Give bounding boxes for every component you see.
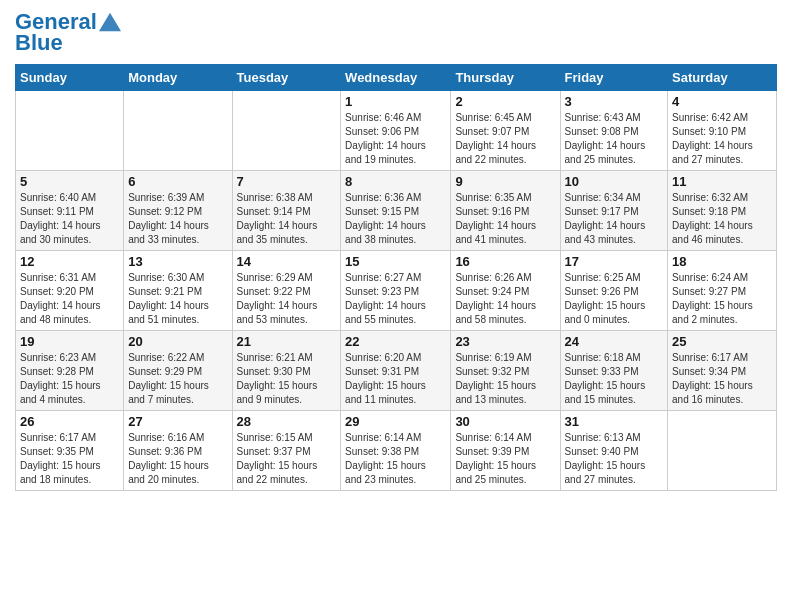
week-row-1: 5Sunrise: 6:40 AM Sunset: 9:11 PM Daylig…: [16, 171, 777, 251]
day-number: 25: [672, 334, 772, 349]
day-cell: 18Sunrise: 6:24 AM Sunset: 9:27 PM Dayli…: [668, 251, 777, 331]
day-cell: 6Sunrise: 6:39 AM Sunset: 9:12 PM Daylig…: [124, 171, 232, 251]
day-cell: 25Sunrise: 6:17 AM Sunset: 9:34 PM Dayli…: [668, 331, 777, 411]
weekday-friday: Friday: [560, 65, 668, 91]
day-cell: 19Sunrise: 6:23 AM Sunset: 9:28 PM Dayli…: [16, 331, 124, 411]
day-number: 24: [565, 334, 664, 349]
day-number: 23: [455, 334, 555, 349]
day-info: Sunrise: 6:23 AM Sunset: 9:28 PM Dayligh…: [20, 351, 119, 407]
day-number: 8: [345, 174, 446, 189]
day-cell: 23Sunrise: 6:19 AM Sunset: 9:32 PM Dayli…: [451, 331, 560, 411]
header: General Blue: [15, 10, 777, 56]
day-number: 7: [237, 174, 337, 189]
day-number: 5: [20, 174, 119, 189]
day-number: 27: [128, 414, 227, 429]
day-cell: 28Sunrise: 6:15 AM Sunset: 9:37 PM Dayli…: [232, 411, 341, 491]
day-info: Sunrise: 6:13 AM Sunset: 9:40 PM Dayligh…: [565, 431, 664, 487]
day-number: 4: [672, 94, 772, 109]
day-cell: 15Sunrise: 6:27 AM Sunset: 9:23 PM Dayli…: [341, 251, 451, 331]
logo: General Blue: [15, 10, 121, 56]
weekday-monday: Monday: [124, 65, 232, 91]
day-cell: [668, 411, 777, 491]
day-info: Sunrise: 6:29 AM Sunset: 9:22 PM Dayligh…: [237, 271, 337, 327]
day-number: 10: [565, 174, 664, 189]
day-number: 16: [455, 254, 555, 269]
day-cell: [232, 91, 341, 171]
day-number: 26: [20, 414, 119, 429]
day-info: Sunrise: 6:46 AM Sunset: 9:06 PM Dayligh…: [345, 111, 446, 167]
week-row-0: 1Sunrise: 6:46 AM Sunset: 9:06 PM Daylig…: [16, 91, 777, 171]
day-info: Sunrise: 6:25 AM Sunset: 9:26 PM Dayligh…: [565, 271, 664, 327]
day-info: Sunrise: 6:30 AM Sunset: 9:21 PM Dayligh…: [128, 271, 227, 327]
day-info: Sunrise: 6:35 AM Sunset: 9:16 PM Dayligh…: [455, 191, 555, 247]
day-info: Sunrise: 6:40 AM Sunset: 9:11 PM Dayligh…: [20, 191, 119, 247]
day-number: 9: [455, 174, 555, 189]
day-number: 12: [20, 254, 119, 269]
weekday-wednesday: Wednesday: [341, 65, 451, 91]
day-info: Sunrise: 6:45 AM Sunset: 9:07 PM Dayligh…: [455, 111, 555, 167]
day-cell: 7Sunrise: 6:38 AM Sunset: 9:14 PM Daylig…: [232, 171, 341, 251]
day-cell: 21Sunrise: 6:21 AM Sunset: 9:30 PM Dayli…: [232, 331, 341, 411]
day-cell: 5Sunrise: 6:40 AM Sunset: 9:11 PM Daylig…: [16, 171, 124, 251]
day-info: Sunrise: 6:32 AM Sunset: 9:18 PM Dayligh…: [672, 191, 772, 247]
page: General Blue SundayMondayTuesdayWednesda…: [0, 0, 792, 612]
day-number: 17: [565, 254, 664, 269]
day-info: Sunrise: 6:21 AM Sunset: 9:30 PM Dayligh…: [237, 351, 337, 407]
weekday-row: SundayMondayTuesdayWednesdayThursdayFrid…: [16, 65, 777, 91]
calendar-header: SundayMondayTuesdayWednesdayThursdayFrid…: [16, 65, 777, 91]
day-cell: [124, 91, 232, 171]
day-cell: 1Sunrise: 6:46 AM Sunset: 9:06 PM Daylig…: [341, 91, 451, 171]
day-cell: 8Sunrise: 6:36 AM Sunset: 9:15 PM Daylig…: [341, 171, 451, 251]
day-cell: 10Sunrise: 6:34 AM Sunset: 9:17 PM Dayli…: [560, 171, 668, 251]
day-number: 11: [672, 174, 772, 189]
week-row-2: 12Sunrise: 6:31 AM Sunset: 9:20 PM Dayli…: [16, 251, 777, 331]
day-cell: 11Sunrise: 6:32 AM Sunset: 9:18 PM Dayli…: [668, 171, 777, 251]
day-number: 2: [455, 94, 555, 109]
day-cell: 9Sunrise: 6:35 AM Sunset: 9:16 PM Daylig…: [451, 171, 560, 251]
day-cell: 27Sunrise: 6:16 AM Sunset: 9:36 PM Dayli…: [124, 411, 232, 491]
day-number: 3: [565, 94, 664, 109]
day-info: Sunrise: 6:38 AM Sunset: 9:14 PM Dayligh…: [237, 191, 337, 247]
day-cell: 4Sunrise: 6:42 AM Sunset: 9:10 PM Daylig…: [668, 91, 777, 171]
day-cell: [16, 91, 124, 171]
day-info: Sunrise: 6:34 AM Sunset: 9:17 PM Dayligh…: [565, 191, 664, 247]
day-cell: 14Sunrise: 6:29 AM Sunset: 9:22 PM Dayli…: [232, 251, 341, 331]
day-cell: 26Sunrise: 6:17 AM Sunset: 9:35 PM Dayli…: [16, 411, 124, 491]
calendar-body: 1Sunrise: 6:46 AM Sunset: 9:06 PM Daylig…: [16, 91, 777, 491]
week-row-3: 19Sunrise: 6:23 AM Sunset: 9:28 PM Dayli…: [16, 331, 777, 411]
day-info: Sunrise: 6:15 AM Sunset: 9:37 PM Dayligh…: [237, 431, 337, 487]
day-info: Sunrise: 6:27 AM Sunset: 9:23 PM Dayligh…: [345, 271, 446, 327]
day-cell: 24Sunrise: 6:18 AM Sunset: 9:33 PM Dayli…: [560, 331, 668, 411]
day-cell: 16Sunrise: 6:26 AM Sunset: 9:24 PM Dayli…: [451, 251, 560, 331]
day-info: Sunrise: 6:22 AM Sunset: 9:29 PM Dayligh…: [128, 351, 227, 407]
calendar: SundayMondayTuesdayWednesdayThursdayFrid…: [15, 64, 777, 491]
day-info: Sunrise: 6:19 AM Sunset: 9:32 PM Dayligh…: [455, 351, 555, 407]
day-cell: 20Sunrise: 6:22 AM Sunset: 9:29 PM Dayli…: [124, 331, 232, 411]
day-info: Sunrise: 6:24 AM Sunset: 9:27 PM Dayligh…: [672, 271, 772, 327]
day-cell: 29Sunrise: 6:14 AM Sunset: 9:38 PM Dayli…: [341, 411, 451, 491]
day-info: Sunrise: 6:14 AM Sunset: 9:38 PM Dayligh…: [345, 431, 446, 487]
day-info: Sunrise: 6:36 AM Sunset: 9:15 PM Dayligh…: [345, 191, 446, 247]
day-number: 13: [128, 254, 227, 269]
weekday-sunday: Sunday: [16, 65, 124, 91]
week-row-4: 26Sunrise: 6:17 AM Sunset: 9:35 PM Dayli…: [16, 411, 777, 491]
day-info: Sunrise: 6:16 AM Sunset: 9:36 PM Dayligh…: [128, 431, 227, 487]
day-info: Sunrise: 6:20 AM Sunset: 9:31 PM Dayligh…: [345, 351, 446, 407]
day-cell: 30Sunrise: 6:14 AM Sunset: 9:39 PM Dayli…: [451, 411, 560, 491]
day-info: Sunrise: 6:26 AM Sunset: 9:24 PM Dayligh…: [455, 271, 555, 327]
day-cell: 22Sunrise: 6:20 AM Sunset: 9:31 PM Dayli…: [341, 331, 451, 411]
day-number: 28: [237, 414, 337, 429]
day-cell: 13Sunrise: 6:30 AM Sunset: 9:21 PM Dayli…: [124, 251, 232, 331]
day-cell: 3Sunrise: 6:43 AM Sunset: 9:08 PM Daylig…: [560, 91, 668, 171]
day-number: 6: [128, 174, 227, 189]
weekday-thursday: Thursday: [451, 65, 560, 91]
day-info: Sunrise: 6:31 AM Sunset: 9:20 PM Dayligh…: [20, 271, 119, 327]
day-info: Sunrise: 6:17 AM Sunset: 9:34 PM Dayligh…: [672, 351, 772, 407]
day-info: Sunrise: 6:39 AM Sunset: 9:12 PM Dayligh…: [128, 191, 227, 247]
day-number: 21: [237, 334, 337, 349]
day-info: Sunrise: 6:18 AM Sunset: 9:33 PM Dayligh…: [565, 351, 664, 407]
day-number: 30: [455, 414, 555, 429]
day-info: Sunrise: 6:43 AM Sunset: 9:08 PM Dayligh…: [565, 111, 664, 167]
day-info: Sunrise: 6:17 AM Sunset: 9:35 PM Dayligh…: [20, 431, 119, 487]
day-number: 20: [128, 334, 227, 349]
